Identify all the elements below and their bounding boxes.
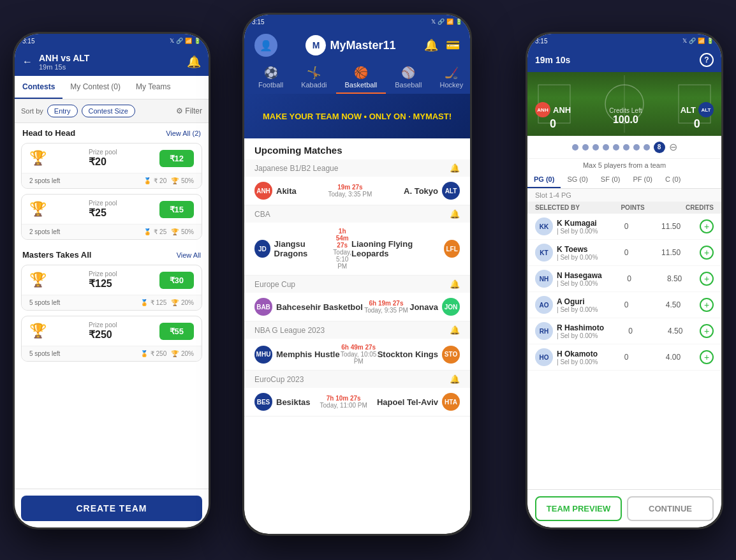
dot-6 [623,144,629,151]
team-preview-button[interactable]: TEAM PREVIEW [535,496,622,521]
match-home-jd: JD Jiangsu Dragons [254,239,333,258]
league-japanese: Japanese B1/B2 League 🔔 ANH Akita 19m 27… [244,159,470,205]
league-cba-bell[interactable]: 🔔 [450,209,460,219]
create-team-bar: CREATE TEAM [15,489,209,527]
league-nba-g-bell[interactable]: 🔔 [450,325,460,335]
notification-icon[interactable]: 🔔 [187,55,201,69]
add-hashimoto-button[interactable]: + [700,324,714,338]
oguri-sel: | Sel by 0.00% [557,306,598,313]
tab-my-teams[interactable]: My Teams [128,76,178,99]
join-btn-2[interactable]: ₹15 [159,201,194,218]
league-europe: Europe Cup 🔔 BAB Bahcesehir Basketbol 6h… [244,276,470,321]
league-eurocup: EuroCup 2023 🔔 BES Besiktas 7h 10m 27s T… [244,371,470,416]
match-row-jd-lfl[interactable]: JD Jiangsu Dragons 1h 54m 27s Today, 5:1… [244,223,470,275]
col-credits: CREDITS [686,204,714,211]
back-button[interactable]: ← [22,56,33,68]
match-row-mhu-sto[interactable]: MHU Memphis Hustle 6h 49m 27s Today, 10:… [244,339,470,370]
player-left-okamoto: HO H Okamoto | Sel by 0.00% [535,348,598,366]
pos-tab-c[interactable]: C (0) [659,172,687,188]
head-to-head-view-all[interactable]: View All (2) [166,129,201,137]
dot-2 [582,144,589,151]
player-progress-dots: 8 ⊖ [527,136,721,159]
add-okamoto-button[interactable]: + [700,350,714,364]
notification-bell-icon[interactable]: 🔔 [424,38,438,52]
okamoto-points: 0 [617,353,636,362]
filter-icon[interactable]: ⚙ Filter [176,107,202,115]
baseball-label: Baseball [395,81,422,89]
away-score: 0 [681,117,714,131]
basketball-field: ANH ANH 0 Credits Left 100.0 ALT ALT 0 [527,72,721,136]
oguri-info: A Oguri | Sel by 0.00% [557,297,598,313]
header-action-icons: 🔔 💳 [424,38,460,52]
entry-chip[interactable]: Entry [47,105,78,117]
sport-tab-football[interactable]: ⚽ Football [249,62,292,94]
kumagai-avatar: KK [535,217,553,235]
add-hasegawa-button[interactable]: + [700,272,714,286]
match-row-bes-hta[interactable]: BES Besiktas 7h 10m 27s Today, 11:00 PM … [244,388,470,416]
masters-view-all[interactable]: View All [177,251,201,259]
user-avatar[interactable]: 👤 [254,34,277,57]
away-team-hapoel: Hapoel Tel-Aviv [377,397,438,407]
center-status-icons: 𝕏🔗📶🔋 [431,18,462,25]
help-button[interactable]: ? [700,53,714,67]
league-eurocup-bell[interactable]: 🔔 [450,374,460,384]
sport-tab-hockey[interactable]: 🏒 Hockey [431,62,470,94]
contest-tabs: Contests My Contest (0) My Teams [15,76,209,99]
tab-my-contest[interactable]: My Contest (0) [63,76,128,99]
masters-prize-2: Prize pool ₹250 [89,321,117,341]
league-europe-bell[interactable]: 🔔 [450,279,460,289]
match-home-bab: BAB Bahcesehir Basketbol [254,298,363,316]
add-kumagai-button[interactable]: + [700,219,714,233]
left-status-bar: 3:15 𝕏🔗📶🔋 [15,34,209,48]
sport-tab-basketball[interactable]: 🏀 Basketball [336,62,386,94]
prize-info-1: Prize pool ₹20 [89,149,117,168]
hashimoto-info: R Hashimoto | Sel by 0.00% [557,323,604,339]
match-title-area: ANH vs ALT 19m 15s [39,53,180,71]
spots-left-1: 2 spots left [29,177,60,184]
trophy-icon-4: 🏆 [29,323,47,339]
banner-text: MAKE YOUR TEAM NOW • ONLY ON · MYMAST! [263,112,452,121]
league-japanese-bell[interactable]: 🔔 [450,163,460,173]
tab-contests[interactable]: Contests [15,76,63,99]
match-center-eurocup: 7h 10m 27s Today, 11:00 PM [310,395,376,409]
spots-left-2: 2 spots left [29,228,60,235]
masters-join-1[interactable]: ₹30 [159,272,194,289]
league-eurocup-name: EuroCup 2023 [254,375,304,384]
toews-name: K Toews [557,245,598,254]
kumagai-sel: | Sel by 0.00% [557,228,598,235]
add-toews-button[interactable]: + [700,246,714,260]
contest-size-chip[interactable]: Contest Size [82,105,135,117]
pos-tab-pg[interactable]: PG (0) [527,172,561,188]
dot-1 [572,144,578,151]
create-team-button[interactable]: CREATE TEAM [21,496,202,521]
home-team-jiangsu: Jiangsu Dragons [274,239,334,258]
home-team-memphis: Memphis Hustle [276,350,340,359]
masters-card-1: 🏆 Prize pool ₹125 ₹30 5 spots left 🏅 ₹ 1… [21,265,202,311]
col-points: POINTS [621,204,644,211]
promo-banner[interactable]: MAKE YOUR TEAM NOW • ONLY ON · MYMAST! [244,94,470,138]
pos-tab-sg[interactable]: SG (0) [561,172,594,188]
match-title: ANH vs ALT [39,53,180,63]
continue-button[interactable]: CONTINUE [627,496,714,521]
add-oguri-button[interactable]: + [700,298,714,312]
masters-spots-1: 5 spots left [29,299,60,306]
league-europe-header: Europe Cup 🔔 [244,276,470,293]
league-cba: CBA 🔔 JD Jiangsu Dragons 1h 54m 27s Toda… [244,205,470,276]
match-row-bab-jon[interactable]: BAB Bahcesehir Basketbol 6h 19m 27s Toda… [244,293,470,321]
hta-logo: HTA [442,393,460,411]
match-row-anh-alt[interactable]: ANH Akita 19m 27s Today, 3:35 PM ALT A. … [244,177,470,205]
sport-tabs: ⚽ Football 🤸 Kabaddi 🏀 Basketball ⚾ Base… [244,62,470,94]
right-status-bar: 3:15 𝕏🔗📶🔋 [527,34,721,48]
sport-tab-kabaddi[interactable]: 🤸 Kabaddi [292,62,335,94]
pos-tab-sf[interactable]: SF (0) [594,172,627,188]
masters-join-2[interactable]: ₹55 [159,323,194,340]
sport-tab-baseball[interactable]: ⚾ Baseball [386,62,431,94]
kumagai-credits: 11.50 [655,222,681,231]
home-team-akita: Akita [276,186,297,196]
pos-tab-pf[interactable]: PF (0) [626,172,659,188]
join-btn-1[interactable]: ₹12 [159,150,194,167]
minus-icon[interactable]: ⊖ [669,141,677,153]
hasegawa-avatar: NH [535,270,553,288]
match-center-nba-g: 6h 49m 27s Today, 10:05 PM [340,344,378,365]
wallet-icon[interactable]: 💳 [446,38,460,52]
